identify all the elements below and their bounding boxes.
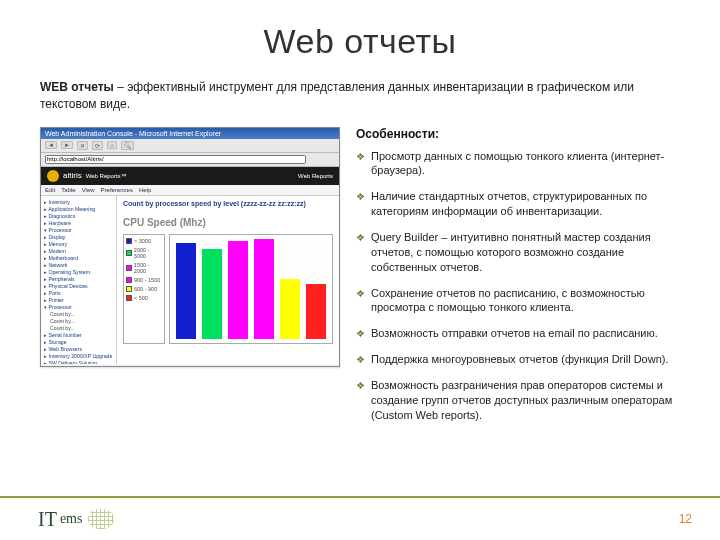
feature-text: Возможность разграничения прав операторо…: [371, 378, 690, 423]
legend-label: < 500: [134, 295, 148, 301]
page-subtitle: WEB отчеты – эффективный инструмент для …: [40, 79, 680, 113]
altiris-logo-icon: [47, 170, 59, 182]
menu-table[interactable]: Table: [61, 187, 75, 193]
back-icon[interactable]: ◄: [45, 141, 57, 149]
feature-item: ❖Наличие стандартных отчетов, структурир…: [356, 189, 690, 219]
tree-node[interactable]: ▸ Ports: [44, 290, 113, 297]
diamond-bullet-icon: ❖: [356, 231, 365, 275]
forward-icon[interactable]: ►: [61, 141, 73, 149]
tree-node[interactable]: Count by...: [44, 311, 113, 318]
tree-node[interactable]: ▾ Processor: [44, 304, 113, 311]
feature-item: ❖Query Builder – интуитивно понятный мас…: [356, 230, 690, 275]
menu-help[interactable]: Help: [139, 187, 151, 193]
chart-bar: [280, 279, 300, 339]
subtitle-bold: WEB отчеты: [40, 80, 114, 94]
feature-item: ❖Сохранение отчетов по расписанию, с воз…: [356, 286, 690, 316]
legend-swatch: [126, 250, 132, 256]
tree-node[interactable]: ▾ Processor: [44, 227, 113, 234]
tree-node[interactable]: ▸ Display: [44, 234, 113, 241]
tree-node[interactable]: ▸ Serial Number: [44, 332, 113, 339]
search-icon[interactable]: 🔍: [121, 141, 134, 150]
ie-toolbar: ◄ ► ✕ ⟳ ⌂ 🔍: [41, 139, 339, 153]
tree-node[interactable]: ▸ Diagnostics: [44, 213, 113, 220]
legend-swatch: [126, 238, 132, 244]
legend-item: > 3000: [126, 238, 162, 244]
tree-node[interactable]: ▸ Inventory 2000/XP Upgrade: [44, 353, 113, 360]
feature-item: ❖Просмотр данных с помощью тонкого клиен…: [356, 149, 690, 179]
chart-bar: [228, 241, 248, 339]
menu-edit[interactable]: Edit: [45, 187, 55, 193]
altiris-brand: altiris: [63, 171, 82, 180]
ie-titlebar: Web Administration Console - Microsoft I…: [41, 128, 339, 139]
home-icon[interactable]: ⌂: [107, 141, 117, 149]
tree-node[interactable]: ▸ Web Browsers: [44, 346, 113, 353]
chart-bar: [202, 249, 222, 339]
diamond-bullet-icon: ❖: [356, 353, 365, 367]
tree-node[interactable]: ▸ Physical Devices: [44, 283, 113, 290]
chart-bars: [169, 234, 333, 344]
feature-item: ❖Возможность разграничения прав оператор…: [356, 378, 690, 423]
tree-node[interactable]: ▸ Storage: [44, 339, 113, 346]
chart-area: Count by processor speed by level (zzzz-…: [117, 196, 339, 364]
globe-icon: [88, 509, 114, 529]
altiris-webreports-label: Web Reports: [298, 173, 333, 179]
report-tree[interactable]: ▸ Inventory▸ Application Metering▸ Diagn…: [41, 196, 117, 364]
chart-bar: [306, 284, 326, 339]
tree-node[interactable]: ▸ Hardware: [44, 220, 113, 227]
stop-icon[interactable]: ✕: [77, 141, 88, 150]
legend-label: 600 - 900: [134, 286, 157, 292]
tree-node[interactable]: Count by...: [44, 325, 113, 332]
tree-node[interactable]: ▸ Inventory: [44, 199, 113, 206]
tree-node[interactable]: ▸ Operating System: [44, 269, 113, 276]
slide-footer: ITems 12: [0, 496, 720, 540]
tree-node[interactable]: ▸ Network: [44, 262, 113, 269]
chart-bar: [254, 239, 274, 339]
feature-text: Поддержка многоуровневых отчетов (функци…: [371, 352, 669, 367]
embedded-screenshot: Web Administration Console - Microsoft I…: [40, 127, 340, 367]
tree-node[interactable]: Count by...: [44, 318, 113, 325]
altiris-brand-suffix: Web Reports™: [86, 173, 127, 179]
diamond-bullet-icon: ❖: [356, 287, 365, 316]
feature-text: Наличие стандартных отчетов, структуриро…: [371, 189, 690, 219]
menu-view[interactable]: View: [82, 187, 95, 193]
features-heading: Особенности:: [356, 127, 690, 141]
legend-label: 2000 - 3000: [134, 247, 162, 259]
tree-node[interactable]: ▸ Peripherals: [44, 276, 113, 283]
legend-swatch: [126, 286, 132, 292]
menu-preferences[interactable]: Preferences: [101, 187, 133, 193]
tree-node[interactable]: ▸ Modem: [44, 248, 113, 255]
legend-label: 1500 - 2000: [134, 262, 162, 274]
altiris-header: altiris Web Reports™ Web Reports: [41, 167, 339, 185]
legend-item: 900 - 1500: [126, 277, 162, 283]
page-number: 12: [679, 512, 692, 526]
legend-label: 900 - 1500: [134, 277, 160, 283]
features-panel: Особенности: ❖Просмотр данных с помощью …: [356, 127, 690, 434]
refresh-icon[interactable]: ⟳: [92, 141, 103, 150]
altiris-menubar: Edit Table View Preferences Help: [41, 185, 339, 196]
tree-node[interactable]: ▸ SW Delivery Solution: [44, 360, 113, 364]
legend-item: < 500: [126, 295, 162, 301]
tree-node[interactable]: ▸ Printer: [44, 297, 113, 304]
legend-swatch: [126, 265, 132, 271]
legend-label: > 3000: [134, 238, 151, 244]
tree-node[interactable]: ▸ Memory: [44, 241, 113, 248]
legend-swatch: [126, 295, 132, 301]
tree-node[interactable]: ▸ Motherboard: [44, 255, 113, 262]
address-input[interactable]: [45, 155, 306, 164]
tree-node[interactable]: ▸ Application Metering: [44, 206, 113, 213]
ie-addressbar: [41, 153, 339, 167]
subtitle-rest: – эффективный инструмент для представлен…: [40, 80, 634, 111]
feature-text: Возможность отправки отчетов на email по…: [371, 326, 658, 341]
legend-swatch: [126, 277, 132, 283]
legend-item: 2000 - 3000: [126, 247, 162, 259]
chart-bar: [176, 243, 196, 339]
logo-ems: ems: [60, 511, 83, 527]
logo-it: IT: [38, 508, 57, 531]
feature-text: Query Builder – интуитивно понятный маст…: [371, 230, 690, 275]
chart-caption: CPU Speed (Mhz): [123, 217, 333, 228]
diamond-bullet-icon: ❖: [356, 327, 365, 341]
content-row: Web Administration Console - Microsoft I…: [40, 127, 690, 434]
legend-item: 1500 - 2000: [126, 262, 162, 274]
feature-text: Просмотр данных с помощью тонкого клиент…: [371, 149, 690, 179]
footer-logo: ITems: [38, 508, 114, 531]
